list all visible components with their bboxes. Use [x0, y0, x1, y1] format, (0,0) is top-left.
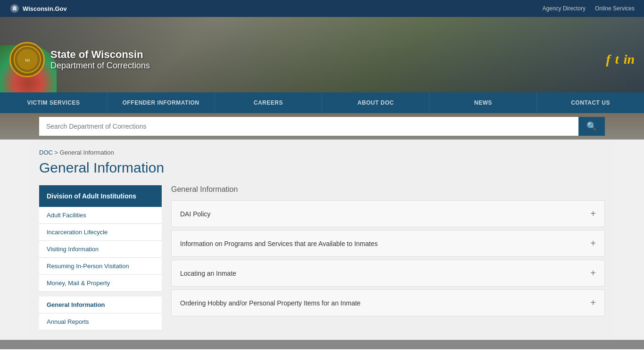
site-header: WI State of Wisconsin Department of Corr… — [0, 17, 644, 92]
nav-victim-services[interactable]: VICTIM SERVICES — [0, 92, 107, 113]
wisconsin-gov-logo[interactable]: Wisconsin.Gov — [9, 3, 67, 14]
sidebar-item-incarceration-lifecycle[interactable]: Incarceration Lifecycle — [39, 224, 162, 241]
accordion-locating-inmate-toggle: + — [590, 268, 596, 279]
accordion-programs-services-label: Information on Programs and Services tha… — [180, 240, 378, 247]
header-content: WI State of Wisconsin Department of Corr… — [0, 17, 644, 92]
breadcrumb: DOC > General Information — [39, 149, 605, 156]
facebook-icon[interactable]: f — [606, 52, 611, 67]
accordion-locating-inmate-label: Locating an Inmate — [180, 270, 236, 277]
search-wrapper: 🔍 — [39, 117, 605, 136]
top-bar: Wisconsin.Gov Agency Directory Online Se… — [0, 0, 644, 17]
nav-news[interactable]: NEWS — [429, 92, 537, 113]
bottom-gray-bar — [0, 340, 644, 349]
main-navigation: VICTIM SERVICES OFFENDER INFORMATION CAR… — [0, 92, 644, 113]
agency-name: State of Wisconsin Department of Correct… — [50, 49, 150, 71]
svg-text:WI: WI — [25, 58, 30, 63]
sidebar-item-annual-reports[interactable]: Annual Reports — [39, 313, 162, 330]
sidebar-item-resuming-visitation[interactable]: Resuming In-Person Visitation — [39, 258, 162, 275]
breadcrumb-separator: > — [55, 149, 60, 156]
main-content: General Information DAI Policy + Informa… — [171, 185, 605, 319]
content-wrapper: DOC > General Information General Inform… — [0, 140, 644, 340]
twitter-icon[interactable]: t — [615, 52, 619, 67]
wi-gov-text: Wisconsin.Gov — [23, 5, 67, 12]
accordion-programs-services[interactable]: Information on Programs and Services tha… — [171, 230, 605, 257]
nav-careers[interactable]: CAREERS — [215, 92, 322, 113]
accordion-ordering-hobby-label: Ordering Hobby and/or Personal Property … — [180, 299, 361, 307]
agency-directory-link[interactable]: Agency Directory — [543, 5, 586, 12]
section-label: General Information — [171, 185, 605, 194]
accordion-dai-policy[interactable]: DAI Policy + — [171, 200, 605, 227]
search-input[interactable] — [39, 117, 578, 136]
accordion-ordering-hobby-toggle: + — [590, 297, 596, 308]
social-icons: f t in — [606, 52, 635, 67]
sidebar-divider — [39, 292, 162, 296]
content-inner: DOC > General Information General Inform… — [30, 140, 614, 340]
agency-brand: WI State of Wisconsin Department of Corr… — [9, 42, 150, 77]
sidebar-item-adult-facilities[interactable]: Adult Facilities — [39, 207, 162, 224]
breadcrumb-current: General Information — [60, 149, 114, 156]
accordion-locating-inmate[interactable]: Locating an Inmate + — [171, 260, 605, 287]
accordion-programs-services-header: Information on Programs and Services tha… — [172, 230, 604, 256]
sidebar-item-visiting-information[interactable]: Visiting Information — [39, 241, 162, 258]
top-links: Agency Directory Online Services — [543, 5, 635, 12]
state-name: State of Wisconsin — [50, 49, 150, 61]
sidebar-item-general-information[interactable]: General Information — [39, 296, 162, 313]
accordion-ordering-hobby-header: Ordering Hobby and/or Personal Property … — [172, 290, 604, 316]
accordion-programs-services-toggle: + — [590, 238, 596, 249]
nav-offender-information[interactable]: OFFENDER INFORMATION — [107, 92, 215, 113]
accordion-ordering-hobby[interactable]: Ordering Hobby and/or Personal Property … — [171, 289, 605, 316]
sidebar: Division of Adult Institutions Adult Fac… — [39, 185, 162, 330]
online-services-link[interactable]: Online Services — [595, 5, 635, 12]
sidebar-heading: Division of Adult Institutions — [39, 185, 162, 207]
main-layout: Division of Adult Institutions Adult Fac… — [39, 185, 605, 330]
page-title: General Information — [39, 160, 605, 176]
breadcrumb-doc[interactable]: DOC — [39, 149, 53, 156]
search-button[interactable]: 🔍 — [578, 117, 605, 136]
nav-contact-us[interactable]: CONTACT US — [537, 92, 644, 113]
search-area: 🔍 — [0, 113, 644, 140]
agency-seal: WI — [9, 42, 45, 77]
dept-name: Department of Corrections — [50, 61, 150, 71]
sidebar-item-money-mail-property[interactable]: Money, Mail & Property — [39, 275, 162, 292]
accordion-dai-policy-header: DAI Policy + — [172, 201, 604, 227]
accordion-locating-inmate-header: Locating an Inmate + — [172, 260, 604, 286]
search-icon: 🔍 — [586, 121, 597, 132]
nav-about-doc[interactable]: ABOUT DOC — [322, 92, 429, 113]
accordion-dai-policy-label: DAI Policy — [180, 210, 211, 218]
accordion-dai-policy-toggle: + — [590, 208, 596, 219]
linkedin-icon[interactable]: in — [624, 52, 635, 67]
